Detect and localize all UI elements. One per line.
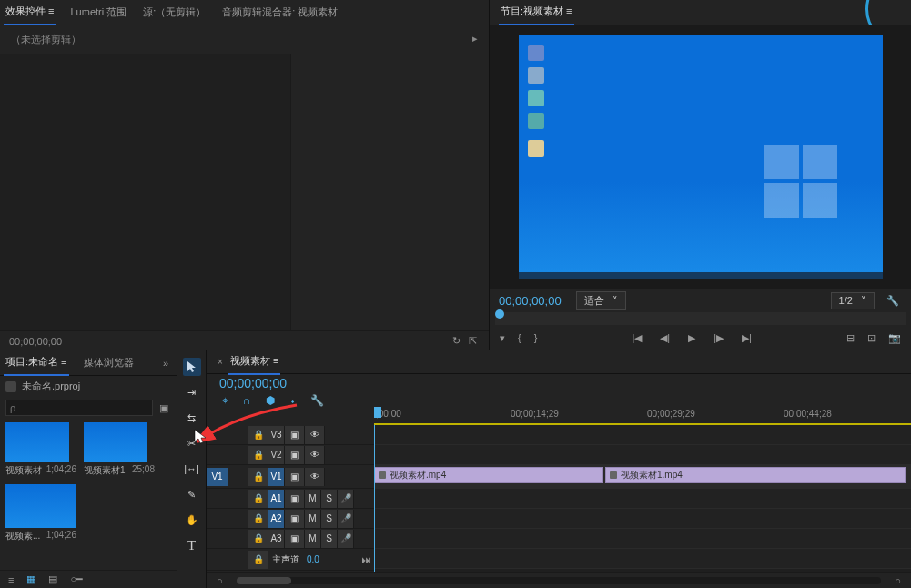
tab-effect-controls[interactable]: 效果控件 ≡	[4, 0, 56, 25]
mute-button[interactable]: M	[305, 510, 321, 528]
settings-icon[interactable]: ⬩	[287, 394, 299, 407]
tab-source-none[interactable]: 源:（无剪辑）	[141, 0, 208, 25]
track-header-v2[interactable]: 🔒 V2 ▣ 👁	[207, 445, 374, 465]
selection-tool[interactable]	[183, 358, 201, 376]
track-header-v3[interactable]: 🔒 V3 ▣ 👁	[207, 425, 374, 445]
lane-v3[interactable]	[374, 425, 911, 445]
slip-tool[interactable]: |↔|	[183, 460, 201, 478]
new-bin-icon[interactable]: ▣	[157, 402, 171, 414]
timeline-clip[interactable]: 视频素材1.mp4	[605, 467, 906, 483]
toggle-output-icon[interactable]: ▣	[285, 490, 305, 508]
skip-end-icon[interactable]: ⏭	[359, 554, 374, 565]
tab-project[interactable]: 项目:未命名 ≡	[4, 350, 69, 376]
track-header-master[interactable]: 🔒 主声道 0.0 ⏭	[207, 549, 374, 571]
hand-tool[interactable]: ✋	[183, 511, 201, 529]
extract-icon[interactable]: ⊡	[865, 332, 878, 344]
timeline-playhead[interactable]	[374, 407, 381, 418]
lane-v2[interactable]	[374, 445, 911, 465]
play-icon[interactable]: ▶	[685, 332, 698, 344]
list-view-icon[interactable]: ≡	[5, 574, 16, 585]
project-clip[interactable]: 视频素材1;04;26	[5, 422, 76, 477]
toggle-output-icon[interactable]: ▣	[285, 446, 305, 464]
loop-icon[interactable]: ↻	[450, 335, 463, 347]
project-clip[interactable]: 视频素...1;04;26	[5, 484, 76, 542]
track-select-tool[interactable]: ⇥	[183, 383, 201, 401]
lock-icon[interactable]: 🔒	[248, 446, 268, 464]
lift-icon[interactable]: ⊟	[844, 332, 857, 344]
voice-over-icon[interactable]: 🎤	[338, 490, 354, 508]
zoom-out-icon[interactable]: ○	[214, 575, 226, 586]
lock-icon[interactable]: 🔒	[248, 510, 268, 528]
program-scrubber[interactable]	[495, 312, 906, 325]
sequence-tab[interactable]: 视频素材 ≡	[228, 349, 280, 375]
program-monitor[interactable]	[519, 35, 883, 279]
solo-button[interactable]: S	[321, 530, 338, 548]
solo-button[interactable]: S	[321, 510, 338, 528]
snap-icon[interactable]: ⌖	[219, 394, 231, 407]
tab-program[interactable]: 节目:视频素材 ≡	[499, 0, 574, 25]
track-target[interactable]: A2	[268, 510, 285, 528]
lane-master[interactable]	[374, 549, 911, 569]
lane-v1[interactable]: 视频素材.mp4 视频素材1.mp4	[374, 465, 911, 489]
scrollbar-thumb[interactable]	[237, 577, 291, 584]
export-frame-icon[interactable]: 📷	[886, 332, 904, 344]
eye-icon[interactable]: 👁	[305, 426, 325, 444]
step-forward-icon[interactable]: |▶	[711, 332, 726, 344]
zoom-in-icon[interactable]: ○	[892, 575, 904, 586]
mark-in-icon[interactable]: {	[515, 332, 524, 344]
track-header-a3[interactable]: 🔒 A3 ▣ M S 🎤	[207, 529, 374, 549]
razor-tool[interactable]: ✂	[183, 434, 201, 452]
export-frame-icon[interactable]: ⇱	[466, 335, 480, 347]
track-target[interactable]: V1	[268, 468, 285, 486]
lock-icon[interactable]: 🔒	[248, 551, 268, 569]
lock-icon[interactable]: 🔒	[248, 426, 268, 444]
lock-icon[interactable]: 🔒	[248, 530, 268, 548]
marker-icon[interactable]: ⬢	[263, 394, 278, 407]
track-header-a1[interactable]: 🔒 A1 ▣ M S 🎤	[207, 489, 374, 509]
freeform-view-icon[interactable]: ▤	[46, 573, 60, 585]
track-target[interactable]: A1	[268, 490, 285, 508]
project-clip[interactable]: 视频素材125;08	[84, 422, 155, 477]
tab-audio-mixer[interactable]: 音频剪辑混合器: 视频素材	[220, 0, 339, 25]
eye-icon[interactable]: 👁	[305, 446, 325, 464]
icon-view-icon[interactable]: ▦	[24, 573, 38, 585]
pen-tool[interactable]: ✎	[183, 485, 201, 503]
mute-button[interactable]: M	[305, 490, 321, 508]
lock-icon[interactable]: 🔒	[248, 490, 268, 508]
wrench-icon[interactable]: 🔧	[308, 394, 327, 407]
track-header-a2[interactable]: 🔒 A2 ▣ M S 🎤	[207, 509, 374, 529]
toggle-output-icon[interactable]: ▣	[285, 468, 305, 486]
toggle-output-icon[interactable]: ▣	[285, 510, 305, 528]
timeline-scrollbar[interactable]	[237, 577, 882, 584]
mute-button[interactable]: M	[305, 530, 321, 548]
chevron-right-icon[interactable]: ▸	[472, 33, 478, 46]
lane-a3[interactable]	[374, 529, 911, 549]
timeline-ruler[interactable]: ;00;00 00;00;14;29 00;00;29;29 00;00;44;…	[374, 409, 911, 425]
tab-media-browser[interactable]: 媒体浏览器	[82, 350, 136, 375]
step-back-icon[interactable]: ◀|	[657, 332, 673, 344]
wrench-icon[interactable]: 🔧	[884, 295, 902, 307]
lane-a2[interactable]	[374, 509, 911, 529]
panel-menu-icon[interactable]: »	[160, 358, 171, 369]
project-search-input[interactable]	[5, 400, 153, 416]
ripple-edit-tool[interactable]: ⇆	[183, 409, 201, 427]
tab-lumetri[interactable]: Lumetri 范围	[68, 0, 128, 25]
zoom-slider[interactable]: ○━	[67, 573, 86, 585]
program-playhead[interactable]	[495, 309, 504, 319]
eye-icon[interactable]: 👁	[305, 468, 325, 486]
track-content[interactable]: 视频素材.mp4 视频素材1.mp4	[374, 425, 911, 572]
timeline-timecode[interactable]: 00;00;00;00	[219, 376, 374, 390]
type-tool[interactable]: T	[183, 536, 201, 554]
solo-button[interactable]: S	[321, 490, 338, 508]
voice-over-icon[interactable]: 🎤	[338, 510, 354, 528]
mark-out-icon[interactable]: }	[531, 332, 541, 344]
linked-selection-icon[interactable]: ∩	[240, 394, 254, 407]
go-to-in-icon[interactable]: |◀	[629, 332, 644, 344]
zoom-select[interactable]: 1/2 ˅	[831, 292, 875, 309]
master-value[interactable]: 0.0	[303, 554, 323, 564]
voice-over-icon[interactable]: 🎤	[338, 530, 354, 548]
program-timecode[interactable]: 00;00;00;00	[499, 294, 562, 308]
toggle-output-icon[interactable]: ▣	[285, 426, 305, 444]
lane-a1[interactable]	[374, 489, 911, 509]
timeline-clip[interactable]: 视频素材.mp4	[374, 467, 603, 483]
